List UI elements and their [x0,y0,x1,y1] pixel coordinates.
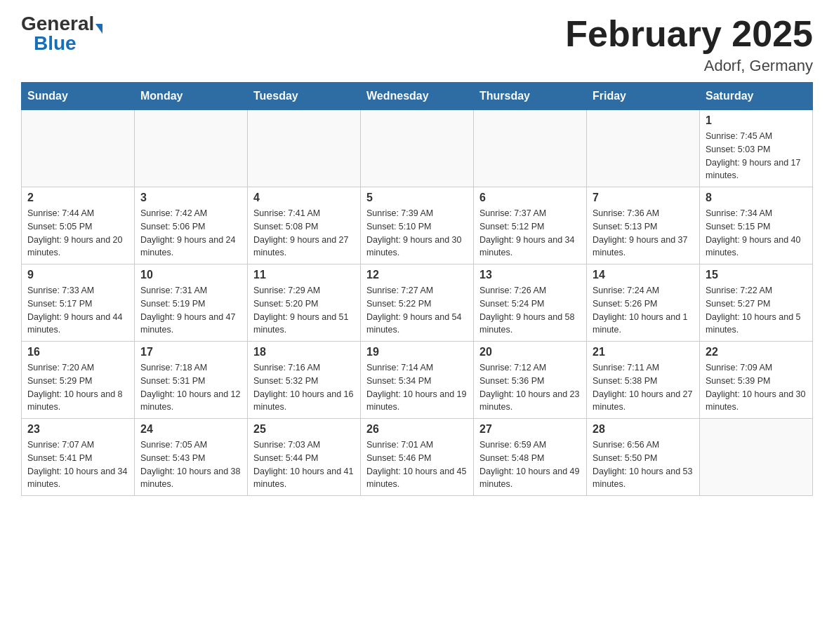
calendar-day-cell: 20Sunrise: 7:12 AMSunset: 5:36 PMDayligh… [474,342,587,419]
calendar-day-cell: 9Sunrise: 7:33 AMSunset: 5:17 PMDaylight… [22,264,135,342]
calendar-day-cell: 10Sunrise: 7:31 AMSunset: 5:19 PMDayligh… [135,264,248,342]
logo: General Blue [21,14,102,53]
calendar-day-cell: 24Sunrise: 7:05 AMSunset: 5:43 PMDayligh… [135,419,248,496]
day-number: 26 [366,423,468,436]
day-number: 20 [479,346,581,358]
day-number: 7 [593,192,694,204]
page-header: General Blue February 2025 Adorf, German… [21,14,813,75]
calendar-day-cell: 25Sunrise: 7:03 AMSunset: 5:44 PMDayligh… [248,419,361,496]
calendar-table: SundayMondayTuesdayWednesdayThursdayFrid… [21,82,813,496]
day-number: 9 [27,269,128,281]
calendar-day-cell: 6Sunrise: 7:37 AMSunset: 5:12 PMDaylight… [474,187,587,264]
calendar-day-cell [474,110,587,187]
day-info: Sunrise: 7:20 AMSunset: 5:29 PMDaylight:… [27,361,128,414]
day-number: 25 [253,423,355,436]
day-number: 4 [253,192,355,204]
calendar-day-cell: 23Sunrise: 7:07 AMSunset: 5:41 PMDayligh… [22,419,135,496]
calendar-day-cell: 15Sunrise: 7:22 AMSunset: 5:27 PMDayligh… [700,264,813,342]
calendar-week-row: 2Sunrise: 7:44 AMSunset: 5:05 PMDaylight… [22,187,813,264]
day-number: 11 [253,269,355,281]
day-info: Sunrise: 7:22 AMSunset: 5:27 PMDaylight:… [706,284,807,337]
calendar-header-row: SundayMondayTuesdayWednesdayThursdayFrid… [22,83,813,110]
day-number: 16 [27,346,128,358]
day-info: Sunrise: 7:24 AMSunset: 5:26 PMDaylight:… [593,284,694,337]
day-number: 17 [140,346,241,358]
title-block: February 2025 Adorf, Germany [565,14,813,75]
day-info: Sunrise: 7:34 AMSunset: 5:15 PMDaylight:… [706,207,807,260]
calendar-day-header: Saturday [700,83,813,110]
calendar-day-cell: 22Sunrise: 7:09 AMSunset: 5:39 PMDayligh… [700,342,813,419]
day-info: Sunrise: 7:05 AMSunset: 5:43 PMDaylight:… [140,438,241,491]
day-info: Sunrise: 7:09 AMSunset: 5:39 PMDaylight:… [706,361,807,414]
day-info: Sunrise: 7:44 AMSunset: 5:05 PMDaylight:… [27,207,128,260]
calendar-day-header: Tuesday [248,83,361,110]
calendar-day-cell: 3Sunrise: 7:42 AMSunset: 5:06 PMDaylight… [135,187,248,264]
day-info: Sunrise: 7:42 AMSunset: 5:06 PMDaylight:… [140,207,241,260]
calendar-day-header: Thursday [474,83,587,110]
day-number: 24 [140,423,241,436]
calendar-day-cell: 12Sunrise: 7:27 AMSunset: 5:22 PMDayligh… [361,264,474,342]
day-number: 10 [140,269,241,281]
calendar-week-row: 23Sunrise: 7:07 AMSunset: 5:41 PMDayligh… [22,419,813,496]
day-info: Sunrise: 7:45 AMSunset: 5:03 PMDaylight:… [706,130,807,182]
day-number: 1 [706,114,807,127]
calendar-week-row: 1Sunrise: 7:45 AMSunset: 5:03 PMDaylight… [22,110,813,187]
day-info: Sunrise: 7:29 AMSunset: 5:20 PMDaylight:… [253,284,355,337]
day-number: 18 [253,346,355,358]
calendar-day-header: Wednesday [361,83,474,110]
day-number: 19 [366,346,468,358]
calendar-day-cell: 14Sunrise: 7:24 AMSunset: 5:26 PMDayligh… [587,264,700,342]
day-number: 2 [27,192,128,204]
calendar-day-cell: 27Sunrise: 6:59 AMSunset: 5:48 PMDayligh… [474,419,587,496]
calendar-day-cell: 19Sunrise: 7:14 AMSunset: 5:34 PMDayligh… [361,342,474,419]
day-info: Sunrise: 7:14 AMSunset: 5:34 PMDaylight:… [366,361,468,414]
calendar-day-cell: 13Sunrise: 7:26 AMSunset: 5:24 PMDayligh… [474,264,587,342]
day-number: 12 [366,269,468,281]
calendar-day-cell [248,110,361,187]
day-info: Sunrise: 7:33 AMSunset: 5:17 PMDaylight:… [27,284,128,337]
logo-blue-text: Blue [34,32,77,54]
calendar-day-cell: 1Sunrise: 7:45 AMSunset: 5:03 PMDaylight… [700,110,813,187]
day-info: Sunrise: 7:31 AMSunset: 5:19 PMDaylight:… [140,284,241,337]
calendar-day-cell [361,110,474,187]
calendar-day-cell: 28Sunrise: 6:56 AMSunset: 5:50 PMDayligh… [587,419,700,496]
day-info: Sunrise: 7:12 AMSunset: 5:36 PMDaylight:… [479,361,581,414]
calendar-day-cell: 18Sunrise: 7:16 AMSunset: 5:32 PMDayligh… [248,342,361,419]
day-number: 23 [27,423,128,436]
day-info: Sunrise: 7:41 AMSunset: 5:08 PMDaylight:… [253,207,355,260]
calendar-day-header: Monday [135,83,248,110]
calendar-day-cell: 26Sunrise: 7:01 AMSunset: 5:46 PMDayligh… [361,419,474,496]
day-number: 14 [593,269,694,281]
logo-arrow-icon [95,24,102,34]
calendar-day-cell: 7Sunrise: 7:36 AMSunset: 5:13 PMDaylight… [587,187,700,264]
day-info: Sunrise: 7:16 AMSunset: 5:32 PMDaylight:… [253,361,355,414]
month-title: February 2025 [565,14,813,54]
day-info: Sunrise: 7:26 AMSunset: 5:24 PMDaylight:… [479,284,581,337]
day-number: 5 [366,192,468,204]
calendar-day-cell: 5Sunrise: 7:39 AMSunset: 5:10 PMDaylight… [361,187,474,264]
day-info: Sunrise: 7:27 AMSunset: 5:22 PMDaylight:… [366,284,468,337]
day-info: Sunrise: 7:03 AMSunset: 5:44 PMDaylight:… [253,438,355,491]
day-number: 6 [479,192,581,204]
day-info: Sunrise: 7:01 AMSunset: 5:46 PMDaylight:… [366,438,468,491]
calendar-day-cell: 17Sunrise: 7:18 AMSunset: 5:31 PMDayligh… [135,342,248,419]
calendar-day-header: Friday [587,83,700,110]
calendar-day-cell: 8Sunrise: 7:34 AMSunset: 5:15 PMDaylight… [700,187,813,264]
day-number: 13 [479,269,581,281]
location-label: Adorf, Germany [565,57,813,75]
day-info: Sunrise: 7:11 AMSunset: 5:38 PMDaylight:… [593,361,694,414]
calendar-week-row: 16Sunrise: 7:20 AMSunset: 5:29 PMDayligh… [22,342,813,419]
calendar-day-cell: 11Sunrise: 7:29 AMSunset: 5:20 PMDayligh… [248,264,361,342]
day-info: Sunrise: 7:07 AMSunset: 5:41 PMDaylight:… [27,438,128,491]
calendar-day-cell: 21Sunrise: 7:11 AMSunset: 5:38 PMDayligh… [587,342,700,419]
calendar-day-cell: 4Sunrise: 7:41 AMSunset: 5:08 PMDaylight… [248,187,361,264]
calendar-day-cell: 2Sunrise: 7:44 AMSunset: 5:05 PMDaylight… [22,187,135,264]
calendar-day-cell [135,110,248,187]
calendar-week-row: 9Sunrise: 7:33 AMSunset: 5:17 PMDaylight… [22,264,813,342]
day-number: 8 [706,192,807,204]
calendar-day-cell: 16Sunrise: 7:20 AMSunset: 5:29 PMDayligh… [22,342,135,419]
day-number: 15 [706,269,807,281]
calendar-day-cell [700,419,813,496]
day-info: Sunrise: 6:56 AMSunset: 5:50 PMDaylight:… [593,438,694,491]
logo-general-text: General [21,14,94,34]
